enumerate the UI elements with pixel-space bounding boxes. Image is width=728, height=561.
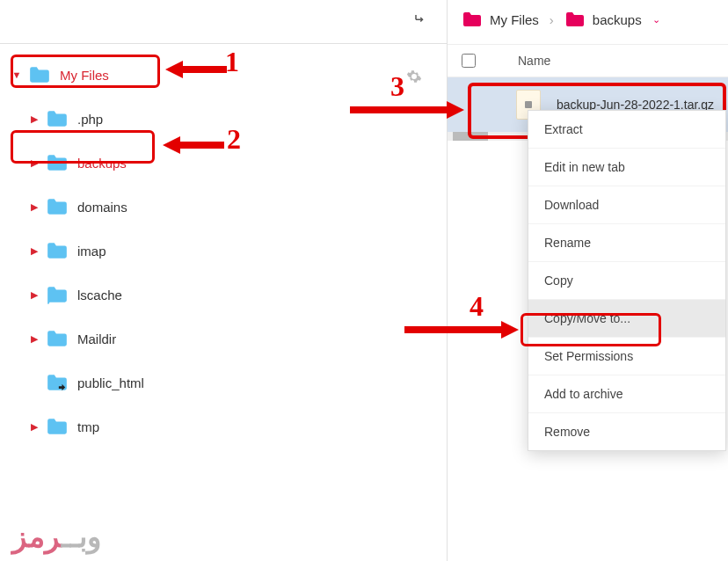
sidebar: ▼ My Files ▶ .php ▶ (0, 0, 448, 561)
tree-item-imap[interactable]: ▶ imap (25, 236, 440, 266)
caret-right-icon: ▶ (28, 157, 40, 169)
menu-item-add-to-archive[interactable]: Add to archive (528, 375, 725, 413)
tree-label: .php (77, 112, 103, 127)
tree-label: imap (77, 244, 106, 259)
caret-right-icon: ▶ (28, 113, 40, 125)
folder-icon (46, 153, 69, 172)
caret-right-icon: ▶ (28, 333, 40, 345)
file-list-header: Name (448, 44, 728, 77)
goto-icon[interactable] (413, 12, 429, 31)
folder-icon (46, 197, 69, 216)
folder-icon (46, 109, 69, 128)
watermark-text-2: رمز (12, 520, 62, 553)
breadcrumb-current[interactable]: backups (593, 12, 642, 27)
caret-right-icon: ▶ (28, 289, 40, 301)
tree-label: My Files (60, 68, 109, 83)
folder-icon (46, 329, 69, 348)
tree-children: ▶ .php ▶ backups ▶ (7, 104, 440, 441)
caret-right-icon: ▶ (28, 421, 40, 433)
menu-item-edit-new-tab[interactable]: Edit in new tab (528, 149, 725, 186)
menu-item-set-permissions[interactable]: Set Permissions (528, 338, 725, 375)
tree-item-tmp[interactable]: ▶ tmp (25, 412, 440, 441)
tree-label: domains (77, 200, 127, 215)
gear-icon[interactable] (406, 69, 422, 87)
tree-item-domains[interactable]: ▶ domains (25, 192, 440, 222)
folder-tree: ▼ My Files ▶ .php ▶ (0, 44, 447, 441)
tree-label: Maildir (77, 332, 116, 346)
tree-item-backups[interactable]: ▶ backups (25, 148, 440, 178)
folder-icon (46, 417, 69, 436)
caret-right-icon: ▶ (28, 245, 40, 257)
folder-icon (462, 11, 483, 28)
context-menu: Extract Edit in new tab Download Rename … (528, 110, 726, 451)
caret-right-icon: ▶ (28, 201, 40, 213)
caret-down-icon: ▼ (11, 69, 23, 80)
left-toolbar (0, 0, 447, 44)
menu-item-remove[interactable]: Remove (528, 413, 725, 450)
folder-icon (46, 285, 69, 304)
select-all-checkbox[interactable] (462, 54, 476, 68)
tree-item-maildir[interactable]: ▶ Maildir (25, 324, 440, 353)
menu-item-rename[interactable]: Rename (528, 224, 725, 262)
watermark-text-1: وبــ (62, 520, 101, 553)
folder-icon (564, 11, 586, 28)
folder-icon (46, 241, 69, 260)
tree-label: tmp (77, 419, 99, 434)
tree-label: public_html (77, 375, 144, 390)
menu-item-copy-move-to[interactable]: Copy/Move to... (528, 300, 725, 338)
tree-item-lscache[interactable]: ▶ lscache (25, 280, 440, 310)
menu-item-extract[interactable]: Extract (528, 111, 725, 149)
tree-root-my-files[interactable]: ▼ My Files (7, 60, 440, 90)
column-name[interactable]: Name (518, 54, 550, 68)
tree-item-php[interactable]: ▶ .php (25, 104, 440, 134)
folder-link-icon (46, 373, 69, 392)
tree-item-public-html[interactable]: ▶ public_html (25, 368, 440, 397)
tree-label: lscache (77, 288, 122, 302)
menu-item-download[interactable]: Download (528, 186, 725, 224)
breadcrumb-root[interactable]: My Files (490, 12, 539, 27)
breadcrumb: My Files › backups ⌄ (448, 0, 728, 44)
folder-icon (28, 65, 51, 84)
watermark: وبــرمز (12, 519, 101, 554)
chevron-down-icon[interactable]: ⌄ (652, 14, 660, 26)
tree-label: backups (77, 156, 127, 171)
menu-item-copy[interactable]: Copy (528, 262, 725, 300)
chevron-right-icon: › (546, 12, 557, 27)
